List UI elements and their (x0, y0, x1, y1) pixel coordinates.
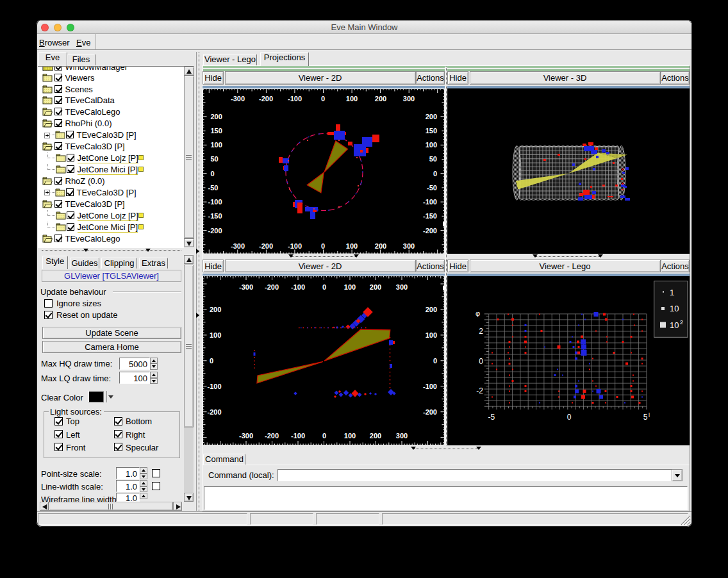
svg-text:-100: -100 (288, 95, 302, 103)
svg-text:100: 100 (344, 283, 356, 291)
svg-text:-200: -200 (259, 242, 273, 250)
svg-text:-50: -50 (427, 184, 437, 192)
svg-text:100: 100 (211, 141, 222, 149)
svg-text:-200: -200 (265, 432, 279, 440)
svg-text:0: 0 (433, 170, 437, 178)
svg-text:-100: -100 (208, 198, 222, 206)
svg-text:2: 2 (680, 319, 683, 326)
svg-text:150: 150 (426, 127, 437, 135)
svg-text:-200: -200 (208, 227, 222, 235)
svg-text:l: l (649, 412, 650, 418)
svg-text:100: 100 (210, 331, 221, 339)
svg-text:-2: -2 (476, 386, 483, 395)
svg-text:-5: -5 (488, 413, 495, 422)
svg-text:5: 5 (643, 413, 648, 422)
svg-text:-150: -150 (423, 212, 437, 220)
svg-text:-100: -100 (423, 383, 437, 390)
svg-text:0: 0 (211, 170, 215, 178)
svg-text:-200: -200 (423, 227, 437, 235)
svg-text:200: 200 (426, 113, 437, 120)
svg-text:-100: -100 (208, 383, 222, 390)
svg-text:0: 0 (321, 242, 325, 250)
svg-text:-300: -300 (231, 95, 245, 103)
svg-text:300: 300 (403, 95, 415, 103)
svg-text:0: 0 (322, 283, 326, 291)
svg-text:-100: -100 (291, 432, 305, 440)
svg-text:0: 0 (433, 357, 437, 365)
svg-text:-300: -300 (231, 242, 245, 250)
svg-text:-300: -300 (239, 432, 253, 440)
svg-text:-50: -50 (208, 184, 219, 192)
svg-text:200: 200 (426, 306, 437, 313)
svg-text:200: 200 (370, 283, 381, 291)
svg-text:-100: -100 (291, 283, 305, 291)
svg-text:100: 100 (426, 141, 437, 149)
svg-text:-200: -200 (265, 283, 279, 291)
svg-text:100: 100 (344, 432, 356, 440)
svg-text:150: 150 (211, 127, 222, 135)
svg-text:0: 0 (322, 432, 326, 440)
svg-text:200: 200 (375, 95, 386, 103)
svg-text:-300: -300 (239, 283, 253, 291)
svg-text:100: 100 (346, 95, 358, 103)
svg-text:200: 200 (210, 306, 221, 313)
svg-text:50: 50 (429, 155, 437, 163)
svg-text:0: 0 (210, 357, 213, 365)
svg-text:1: 1 (670, 288, 674, 297)
svg-text:0: 0 (321, 95, 325, 103)
svg-text:200: 200 (370, 432, 381, 440)
svg-text:50: 50 (211, 155, 219, 163)
svg-text:-200: -200 (423, 408, 437, 416)
svg-text:-100: -100 (423, 198, 437, 206)
svg-text:2: 2 (479, 327, 483, 336)
svg-text:-150: -150 (208, 212, 222, 220)
svg-text:200: 200 (375, 242, 386, 250)
svg-text:0: 0 (479, 357, 483, 366)
svg-text:300: 300 (396, 283, 408, 291)
svg-text:300: 300 (403, 242, 415, 250)
svg-text:-100: -100 (288, 242, 302, 250)
svg-text:-200: -200 (259, 95, 273, 103)
svg-text:10: 10 (670, 304, 679, 313)
svg-text:100: 100 (346, 242, 358, 250)
svg-text:100: 100 (426, 331, 437, 339)
svg-text:-200: -200 (208, 408, 222, 416)
svg-text:200: 200 (211, 113, 222, 120)
svg-text:10: 10 (670, 320, 679, 330)
svg-text:φ: φ (476, 310, 480, 317)
svg-text:300: 300 (396, 432, 408, 440)
svg-text:0: 0 (567, 413, 572, 422)
